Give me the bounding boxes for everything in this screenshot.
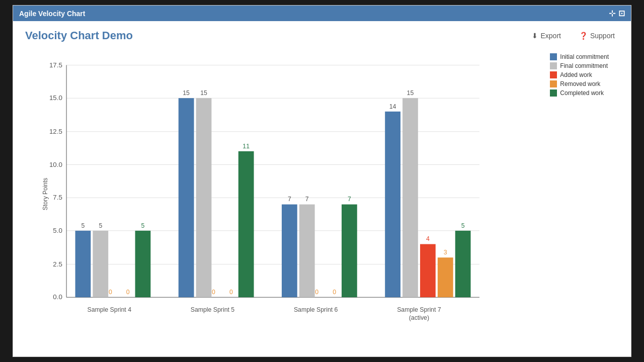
support-button[interactable]: ❓ Support: [575, 30, 619, 42]
velocity-chart-svg: .axis-text { font-size: 13px; fill: #555…: [25, 48, 619, 340]
bar-s5-final: [196, 98, 212, 297]
svg-text:17.5: 17.5: [49, 61, 62, 69]
bar-s6-final: [299, 205, 315, 298]
bar-s6-initial: [282, 205, 297, 298]
move-icon[interactable]: ⊹: [609, 9, 615, 18]
svg-text:5.0: 5.0: [53, 227, 62, 234]
svg-text:15: 15: [183, 89, 190, 97]
title-bar-icons: ⊹ ⊡: [609, 9, 625, 18]
chart-container: Story Points Initial commitment Final co…: [25, 48, 619, 340]
svg-text:5: 5: [81, 222, 85, 229]
svg-text:0: 0: [126, 289, 130, 296]
bar-s6-completed: [342, 205, 357, 298]
svg-text:12.5: 12.5: [49, 128, 62, 135]
svg-text:Sample Sprint 5: Sample Sprint 5: [191, 306, 235, 313]
main-window: Agile Velocity Chart ⊹ ⊡ Velocity Chart …: [13, 5, 631, 357]
page-title: Velocity Chart Demo: [25, 29, 133, 42]
export-button[interactable]: ⬇ Export: [528, 30, 565, 42]
svg-text:7: 7: [305, 196, 309, 203]
content-area: Velocity Chart Demo ⬇ Export ❓ Support S…: [13, 21, 631, 355]
bar-s4-final: [93, 231, 108, 297]
svg-text:0: 0: [212, 289, 215, 296]
svg-text:5: 5: [141, 222, 145, 229]
window-title: Agile Velocity Chart: [19, 10, 85, 18]
bar-s7-added: [420, 244, 436, 298]
bar-s4-completed: [135, 231, 151, 297]
svg-text:0: 0: [333, 289, 336, 296]
svg-text:7.5: 7.5: [53, 194, 62, 201]
svg-text:(active): (active): [409, 314, 429, 321]
svg-text:0: 0: [315, 289, 318, 296]
title-bar: Agile Velocity Chart ⊹ ⊡: [13, 6, 631, 21]
svg-text:5: 5: [461, 222, 465, 229]
svg-text:3: 3: [444, 249, 447, 256]
svg-text:7: 7: [348, 196, 351, 203]
header-actions: ⬇ Export ❓ Support: [528, 30, 619, 42]
svg-text:11: 11: [243, 143, 250, 150]
svg-text:7: 7: [288, 196, 291, 203]
bar-s5-initial: [179, 98, 194, 297]
bar-s4-initial: [75, 231, 91, 297]
page-header: Velocity Chart Demo ⬇ Export ❓ Support: [25, 29, 619, 42]
svg-text:5: 5: [99, 222, 102, 229]
bar-s7-initial: [385, 112, 400, 297]
svg-text:2.5: 2.5: [53, 260, 62, 268]
svg-text:15: 15: [200, 89, 207, 97]
svg-text:15.0: 15.0: [49, 94, 62, 102]
bar-s7-completed: [455, 231, 471, 297]
export-icon: ⬇: [532, 32, 538, 40]
svg-text:10.0: 10.0: [49, 161, 62, 168]
svg-text:0.0: 0.0: [53, 293, 62, 301]
svg-text:0: 0: [109, 289, 112, 296]
bar-s7-removed: [438, 257, 453, 297]
svg-text:Sample Sprint 7: Sample Sprint 7: [397, 306, 441, 313]
svg-text:14: 14: [389, 103, 396, 110]
svg-text:Sample Sprint 6: Sample Sprint 6: [294, 306, 338, 313]
restore-icon[interactable]: ⊡: [618, 9, 625, 18]
svg-text:0: 0: [229, 289, 233, 296]
svg-text:15: 15: [407, 89, 414, 97]
bar-s7-final: [403, 98, 418, 297]
bar-s5-completed: [238, 151, 254, 297]
support-icon: ❓: [579, 32, 588, 40]
svg-text:4: 4: [426, 235, 430, 242]
svg-text:Sample Sprint 4: Sample Sprint 4: [88, 306, 132, 313]
